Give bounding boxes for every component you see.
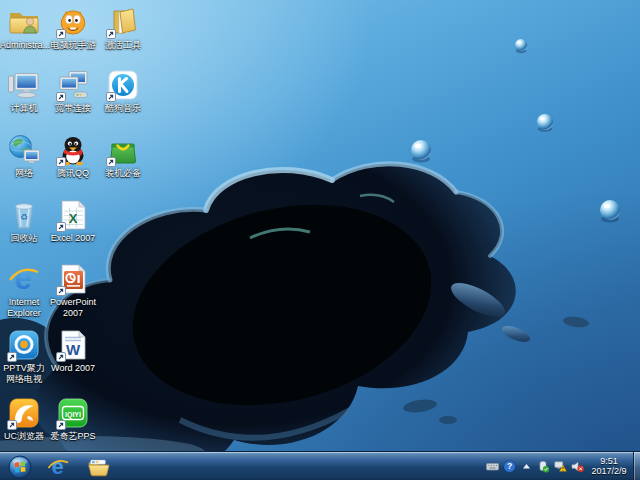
- desktop-icon-network[interactable]: 网络: [0, 133, 48, 179]
- system-tray: ?: [485, 452, 584, 480]
- desktop-icon-iqiyi-pps[interactable]: iQIYI 爱奇艺PPS: [49, 396, 97, 442]
- qq-penguin-icon: [56, 133, 90, 167]
- desktop-icon-administrator[interactable]: Administra...: [0, 5, 48, 51]
- icon-label: 激活工具: [99, 40, 147, 51]
- shortcut-arrow-icon: [56, 92, 66, 102]
- powerpoint-icon: [56, 262, 90, 296]
- water-droplet: [537, 114, 553, 132]
- icon-label: 计算机: [0, 103, 48, 114]
- desktop-icon-powerpoint[interactable]: PowerPoint 2007: [49, 262, 97, 319]
- desktop-icon-internet-explorer[interactable]: e Internet Explorer: [0, 262, 48, 319]
- icon-label: Internet Explorer: [0, 297, 48, 319]
- input-keyboard-icon[interactable]: [485, 460, 499, 474]
- start-button[interactable]: [6, 453, 34, 480]
- taskbar: e ?: [0, 451, 640, 480]
- svg-text:W: W: [66, 341, 81, 358]
- taskbar-clock[interactable]: 9:51 2017/2/9: [586, 452, 632, 480]
- clock-date: 2017/2/9: [586, 466, 632, 476]
- icon-label: 网络: [0, 168, 48, 179]
- kugou-music-icon: [106, 68, 140, 102]
- desktop-icon-excel[interactable]: X Excel 2007: [49, 198, 97, 244]
- windows-desktop: Administra... 电脑玩手游 激活工具: [0, 0, 640, 480]
- desktop-icon-pptv[interactable]: PPTV聚力网络电视: [0, 328, 48, 385]
- desktop-icon-word[interactable]: W Word 2007: [49, 328, 97, 374]
- network-warning-icon[interactable]: [553, 460, 567, 474]
- shortcut-arrow-icon: [7, 420, 17, 430]
- icon-label: 宽带连接: [49, 103, 97, 114]
- shortcut-arrow-icon: [56, 222, 66, 232]
- green-bag-icon: [106, 133, 140, 167]
- folder-icon: [86, 455, 110, 479]
- shortcut-arrow-icon: [106, 157, 116, 167]
- shortcut-arrow-icon: [106, 92, 116, 102]
- icon-label: 装机必备: [99, 168, 147, 179]
- computer-icon: [7, 68, 41, 102]
- desktop-icon-broadband[interactable]: 宽带连接: [49, 68, 97, 114]
- shortcut-arrow-icon: [106, 29, 116, 39]
- monster-game-icon: [56, 5, 90, 39]
- desktop-icon-kugou[interactable]: 酷狗音乐: [99, 68, 147, 114]
- desktop-icon-activation-tools[interactable]: 激活工具: [99, 5, 147, 51]
- recycle-bin-icon: ♻: [7, 198, 41, 232]
- shortcut-arrow-icon: [7, 352, 17, 362]
- desktop-icon-computer[interactable]: 计算机: [0, 68, 48, 114]
- water-droplet: [411, 140, 431, 162]
- desktop-icon-pc-play-mobile-games[interactable]: 电脑玩手游: [49, 5, 97, 51]
- clock-time: 9:51: [586, 456, 632, 466]
- water-droplet: [515, 39, 527, 53]
- svg-text:iQIYI: iQIYI: [65, 411, 81, 419]
- volume-muted-icon[interactable]: [570, 460, 584, 474]
- show-desktop-button[interactable]: [633, 452, 640, 480]
- security-ok-icon[interactable]: [536, 460, 550, 474]
- taskbar-windows-explorer[interactable]: [84, 453, 112, 480]
- pptv-icon: [7, 328, 41, 362]
- svg-text:♻: ♻: [20, 212, 28, 222]
- user-folder-icon: [7, 5, 41, 39]
- shortcut-arrow-icon: [56, 352, 66, 362]
- windows-orb-icon: [8, 455, 32, 479]
- icon-label: PPTV聚力网络电视: [0, 363, 48, 385]
- icon-label: 爱奇艺PPS: [49, 431, 97, 442]
- taskbar-internet-explorer[interactable]: e: [44, 453, 72, 480]
- internet-explorer-icon: e: [46, 455, 70, 479]
- shortcut-arrow-icon: [56, 286, 66, 296]
- show-hidden-icons[interactable]: [519, 460, 533, 474]
- svg-text:e: e: [14, 262, 31, 296]
- excel-icon: X: [56, 198, 90, 232]
- internet-explorer-icon: e: [7, 262, 41, 296]
- desktop-icon-uc-browser[interactable]: UC浏览器: [0, 396, 48, 442]
- svg-text:X: X: [69, 211, 78, 226]
- svg-text:e: e: [51, 455, 63, 479]
- icon-label: 腾讯QQ: [49, 168, 97, 179]
- broadband-connection-icon: [56, 68, 90, 102]
- desktop-icon-recycle-bin[interactable]: ♻ 回收站: [0, 198, 48, 244]
- desktop-icon-essential-software[interactable]: 装机必备: [99, 133, 147, 179]
- icon-label: 回收站: [0, 233, 48, 244]
- water-droplet: [600, 200, 620, 222]
- shortcut-arrow-icon: [56, 157, 66, 167]
- desktop-icon-qq[interactable]: 腾讯QQ: [49, 133, 97, 179]
- icon-label: UC浏览器: [0, 431, 48, 442]
- help-bubble-icon[interactable]: ?: [502, 460, 516, 474]
- svg-text:?: ?: [506, 461, 511, 471]
- icon-label: PowerPoint 2007: [49, 297, 97, 319]
- shortcut-arrow-icon: [56, 420, 66, 430]
- icon-label: 酷狗音乐: [99, 103, 147, 114]
- uc-browser-icon: [7, 396, 41, 430]
- open-folder-icon: [106, 5, 140, 39]
- word-icon: W: [56, 328, 90, 362]
- shortcut-arrow-icon: [56, 29, 66, 39]
- icon-label: Administra...: [0, 40, 48, 51]
- network-globe-icon: [7, 133, 41, 167]
- icon-label: Excel 2007: [49, 233, 97, 244]
- icon-label: 电脑玩手游: [49, 40, 97, 51]
- icon-label: Word 2007: [49, 363, 97, 374]
- iqiyi-pps-icon: iQIYI: [56, 396, 90, 430]
